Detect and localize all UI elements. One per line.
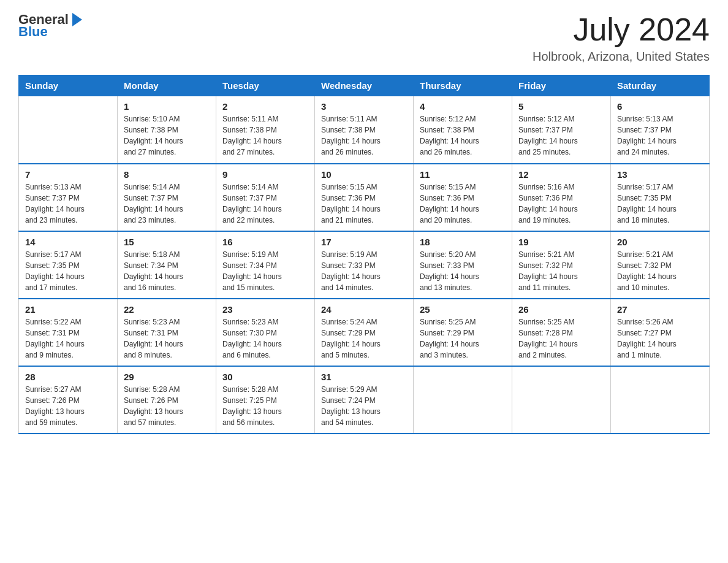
- calendar-cell: 17Sunrise: 5:19 AM Sunset: 7:33 PM Dayli…: [315, 231, 414, 299]
- calendar-cell: 14Sunrise: 5:17 AM Sunset: 7:35 PM Dayli…: [19, 231, 118, 299]
- day-info: Sunrise: 5:14 AM Sunset: 7:37 PM Dayligh…: [124, 182, 210, 226]
- day-info: Sunrise: 5:14 AM Sunset: 7:37 PM Dayligh…: [222, 182, 308, 226]
- day-number: 3: [321, 101, 407, 112]
- day-info: Sunrise: 5:13 AM Sunset: 7:37 PM Dayligh…: [25, 182, 111, 226]
- day-number: 31: [321, 372, 407, 382]
- calendar-cell: 1Sunrise: 5:10 AM Sunset: 7:38 PM Daylig…: [118, 96, 216, 164]
- page-title: July 2024: [533, 12, 710, 47]
- day-info: Sunrise: 5:21 AM Sunset: 7:32 PM Dayligh…: [518, 249, 604, 293]
- day-number: 2: [222, 101, 308, 112]
- day-number: 23: [222, 304, 308, 315]
- day-info: Sunrise: 5:17 AM Sunset: 7:35 PM Dayligh…: [617, 182, 703, 226]
- day-number: 29: [124, 372, 210, 382]
- calendar-cell: 31Sunrise: 5:29 AM Sunset: 7:24 PM Dayli…: [315, 366, 414, 434]
- calendar-cell: 25Sunrise: 5:25 AM Sunset: 7:29 PM Dayli…: [414, 299, 512, 366]
- calendar-header-row: SundayMondayTuesdayWednesdayThursdayFrid…: [19, 75, 710, 96]
- day-number: 1: [124, 101, 210, 112]
- day-info: Sunrise: 5:13 AM Sunset: 7:37 PM Dayligh…: [617, 113, 703, 158]
- header-tuesday: Tuesday: [216, 75, 315, 96]
- day-info: Sunrise: 5:29 AM Sunset: 7:24 PM Dayligh…: [321, 384, 407, 428]
- calendar-week-row: 1Sunrise: 5:10 AM Sunset: 7:38 PM Daylig…: [19, 96, 710, 164]
- day-info: Sunrise: 5:19 AM Sunset: 7:34 PM Dayligh…: [222, 249, 308, 293]
- calendar-cell: [414, 366, 512, 434]
- calendar-cell: 16Sunrise: 5:19 AM Sunset: 7:34 PM Dayli…: [216, 231, 315, 299]
- day-info: Sunrise: 5:25 AM Sunset: 7:29 PM Dayligh…: [420, 316, 506, 361]
- day-info: Sunrise: 5:24 AM Sunset: 7:29 PM Dayligh…: [321, 316, 407, 361]
- day-number: 28: [25, 372, 111, 382]
- day-number: 21: [25, 304, 111, 315]
- day-number: 11: [420, 169, 506, 180]
- calendar-cell: 5Sunrise: 5:12 AM Sunset: 7:37 PM Daylig…: [512, 96, 611, 164]
- day-info: Sunrise: 5:27 AM Sunset: 7:26 PM Dayligh…: [25, 384, 111, 428]
- day-number: 14: [25, 237, 111, 247]
- day-number: 19: [518, 237, 604, 247]
- calendar-cell: 26Sunrise: 5:25 AM Sunset: 7:28 PM Dayli…: [512, 299, 611, 366]
- calendar-cell: 27Sunrise: 5:26 AM Sunset: 7:27 PM Dayli…: [611, 299, 710, 366]
- calendar-cell: 3Sunrise: 5:11 AM Sunset: 7:38 PM Daylig…: [315, 96, 414, 164]
- header-monday: Monday: [118, 75, 216, 96]
- day-info: Sunrise: 5:12 AM Sunset: 7:38 PM Dayligh…: [420, 113, 506, 158]
- day-number: 12: [518, 169, 604, 180]
- day-info: Sunrise: 5:26 AM Sunset: 7:27 PM Dayligh…: [617, 316, 703, 361]
- day-info: Sunrise: 5:11 AM Sunset: 7:38 PM Dayligh…: [321, 113, 407, 158]
- calendar-cell: 28Sunrise: 5:27 AM Sunset: 7:26 PM Dayli…: [19, 366, 118, 434]
- calendar-week-row: 21Sunrise: 5:22 AM Sunset: 7:31 PM Dayli…: [19, 299, 710, 366]
- day-info: Sunrise: 5:21 AM Sunset: 7:32 PM Dayligh…: [617, 249, 703, 293]
- header-thursday: Thursday: [414, 75, 512, 96]
- calendar-cell: [512, 366, 611, 434]
- day-number: 15: [124, 237, 210, 247]
- calendar-cell: 11Sunrise: 5:15 AM Sunset: 7:36 PM Dayli…: [414, 164, 512, 231]
- day-info: Sunrise: 5:23 AM Sunset: 7:30 PM Dayligh…: [222, 316, 308, 361]
- calendar-cell: 10Sunrise: 5:15 AM Sunset: 7:36 PM Dayli…: [315, 164, 414, 231]
- day-number: 8: [124, 169, 210, 180]
- header-wednesday: Wednesday: [315, 75, 414, 96]
- day-number: 24: [321, 304, 407, 315]
- calendar-cell: 2Sunrise: 5:11 AM Sunset: 7:38 PM Daylig…: [216, 96, 315, 164]
- logo-triangle-icon: [70, 13, 82, 26]
- page-subtitle: Holbrook, Arizona, United States: [533, 50, 710, 64]
- calendar-cell: 13Sunrise: 5:17 AM Sunset: 7:35 PM Dayli…: [611, 164, 710, 231]
- calendar-cell: 19Sunrise: 5:21 AM Sunset: 7:32 PM Dayli…: [512, 231, 611, 299]
- calendar-week-row: 14Sunrise: 5:17 AM Sunset: 7:35 PM Dayli…: [19, 231, 710, 299]
- calendar-cell: 9Sunrise: 5:14 AM Sunset: 7:37 PM Daylig…: [216, 164, 315, 231]
- day-number: 13: [617, 169, 703, 180]
- calendar-cell: 20Sunrise: 5:21 AM Sunset: 7:32 PM Dayli…: [611, 231, 710, 299]
- title-block: July 2024 Holbrook, Arizona, United Stat…: [533, 12, 710, 64]
- day-number: 17: [321, 237, 407, 247]
- day-info: Sunrise: 5:16 AM Sunset: 7:36 PM Dayligh…: [518, 182, 604, 226]
- calendar-cell: 7Sunrise: 5:13 AM Sunset: 7:37 PM Daylig…: [19, 164, 118, 231]
- header-friday: Friday: [512, 75, 611, 96]
- calendar-cell: [611, 366, 710, 434]
- calendar-cell: 12Sunrise: 5:16 AM Sunset: 7:36 PM Dayli…: [512, 164, 611, 231]
- svg-marker-0: [72, 13, 82, 26]
- day-info: Sunrise: 5:12 AM Sunset: 7:37 PM Dayligh…: [518, 113, 604, 158]
- calendar-cell: 30Sunrise: 5:28 AM Sunset: 7:25 PM Dayli…: [216, 366, 315, 434]
- day-number: 7: [25, 169, 111, 180]
- calendar-cell: 29Sunrise: 5:28 AM Sunset: 7:26 PM Dayli…: [118, 366, 216, 434]
- day-number: 25: [420, 304, 506, 315]
- calendar-cell: [19, 96, 118, 164]
- day-info: Sunrise: 5:17 AM Sunset: 7:35 PM Dayligh…: [25, 249, 111, 293]
- day-info: Sunrise: 5:11 AM Sunset: 7:38 PM Dayligh…: [222, 113, 308, 158]
- day-number: 4: [420, 101, 506, 112]
- page-header: General Blue July 2024 Holbrook, Arizona…: [18, 12, 710, 64]
- calendar-cell: 15Sunrise: 5:18 AM Sunset: 7:34 PM Dayli…: [118, 231, 216, 299]
- header-sunday: Sunday: [19, 75, 118, 96]
- calendar-cell: 23Sunrise: 5:23 AM Sunset: 7:30 PM Dayli…: [216, 299, 315, 366]
- header-saturday: Saturday: [611, 75, 710, 96]
- calendar-cell: 24Sunrise: 5:24 AM Sunset: 7:29 PM Dayli…: [315, 299, 414, 366]
- day-info: Sunrise: 5:23 AM Sunset: 7:31 PM Dayligh…: [124, 316, 210, 361]
- day-number: 18: [420, 237, 506, 247]
- calendar-cell: 8Sunrise: 5:14 AM Sunset: 7:37 PM Daylig…: [118, 164, 216, 231]
- calendar-cell: 18Sunrise: 5:20 AM Sunset: 7:33 PM Dayli…: [414, 231, 512, 299]
- day-number: 6: [617, 101, 703, 112]
- day-number: 5: [518, 101, 604, 112]
- day-info: Sunrise: 5:15 AM Sunset: 7:36 PM Dayligh…: [420, 182, 506, 226]
- day-number: 22: [124, 304, 210, 315]
- calendar-cell: 22Sunrise: 5:23 AM Sunset: 7:31 PM Dayli…: [118, 299, 216, 366]
- calendar-week-row: 7Sunrise: 5:13 AM Sunset: 7:37 PM Daylig…: [19, 164, 710, 231]
- day-info: Sunrise: 5:19 AM Sunset: 7:33 PM Dayligh…: [321, 249, 407, 293]
- day-number: 30: [222, 372, 308, 382]
- day-info: Sunrise: 5:10 AM Sunset: 7:38 PM Dayligh…: [124, 113, 210, 158]
- day-info: Sunrise: 5:28 AM Sunset: 7:26 PM Dayligh…: [124, 384, 210, 428]
